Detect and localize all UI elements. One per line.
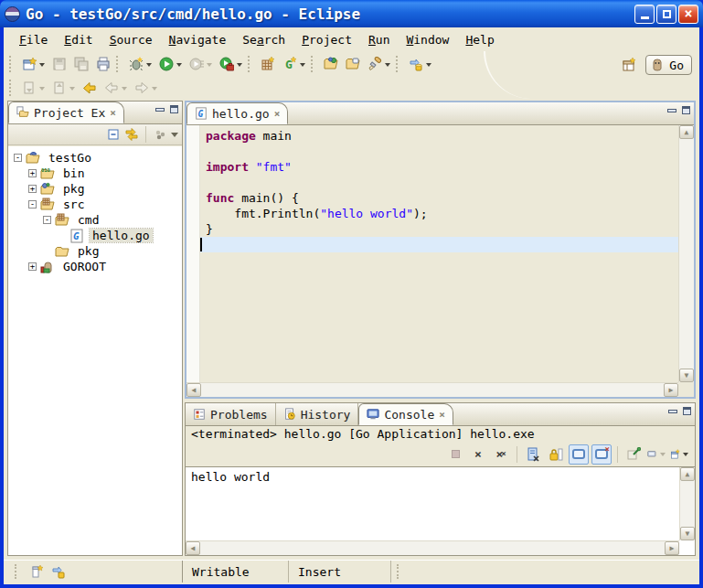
menu-item-navigate[interactable]: Navigate: [161, 30, 235, 49]
mark-occurrences-icon[interactable]: [51, 564, 66, 579]
maximize-view-button[interactable]: [683, 407, 691, 415]
external-tools-button[interactable]: [216, 53, 246, 75]
new-go-file-button[interactable]: G: [279, 53, 309, 75]
toolbar-grip[interactable]: [248, 56, 253, 72]
next-annotation-button[interactable]: [18, 77, 48, 99]
print-button[interactable]: [92, 53, 114, 75]
close-view-icon[interactable]: [439, 409, 445, 421]
close-window-button[interactable]: [678, 5, 698, 24]
console-output-area[interactable]: hello world: [186, 466, 695, 555]
toolbar-grip[interactable]: [9, 56, 15, 72]
menu-item-window[interactable]: Window: [398, 30, 457, 49]
menu-item-source[interactable]: Source: [101, 30, 161, 49]
statusbar-grip[interactable]: [15, 564, 22, 579]
save-all-button[interactable]: [70, 53, 92, 75]
scroll-left-icon[interactable]: [186, 383, 201, 397]
minimize-view-button[interactable]: [155, 108, 165, 112]
save-button[interactable]: [48, 53, 70, 75]
scroll-down-icon[interactable]: [679, 369, 694, 382]
scroll-up-icon[interactable]: [680, 467, 695, 481]
editor-vertical-scrollbar[interactable]: [678, 125, 694, 382]
filters-icon[interactable]: [153, 127, 167, 142]
close-view-icon[interactable]: [110, 107, 116, 119]
tree-item-testgo[interactable]: - testGo: [8, 150, 182, 166]
pin-console-button[interactable]: [623, 444, 644, 465]
toolbar-grip[interactable]: [311, 56, 316, 72]
go-perspective-button[interactable]: Go: [645, 55, 692, 75]
collapse-expander-icon[interactable]: -: [43, 216, 51, 224]
close-editor-icon[interactable]: [274, 108, 281, 120]
new-go-package-button[interactable]: [257, 53, 279, 75]
forward-button[interactable]: [131, 77, 161, 99]
new-wizard-button[interactable]: [18, 53, 48, 75]
tree-item-cmd[interactable]: - cmd: [8, 212, 182, 228]
menu-item-file[interactable]: File: [11, 30, 56, 49]
mark-occurrences-button[interactable]: [405, 53, 435, 75]
remove-all-terminated-button[interactable]: [491, 444, 511, 465]
menu-item-help[interactable]: Help: [457, 30, 502, 49]
show-stderr-button[interactable]: [591, 444, 612, 465]
expand-expander-icon[interactable]: +: [28, 262, 37, 271]
open-console-button[interactable]: [669, 444, 689, 465]
statusbar-grip[interactable]: [397, 564, 404, 579]
annotation-ruler[interactable]: [186, 125, 200, 382]
run-last-launched-button[interactable]: [186, 53, 216, 75]
scroll-lock-button[interactable]: [546, 444, 566, 465]
expand-expander-icon[interactable]: +: [28, 185, 37, 193]
collapse-expander-icon[interactable]: -: [14, 154, 22, 162]
menu-item-run[interactable]: Run: [360, 30, 398, 49]
menu-item-search[interactable]: Search: [234, 30, 293, 49]
tab-problems[interactable]: Problems: [186, 403, 276, 425]
open-file-button[interactable]: [342, 53, 364, 75]
tab-hello-go[interactable]: G hello.go: [186, 102, 288, 124]
expand-expander-icon[interactable]: +: [28, 169, 37, 177]
new-task-icon[interactable]: [29, 564, 44, 579]
scroll-right-icon[interactable]: [664, 383, 678, 397]
toolbar-grip[interactable]: [9, 80, 15, 96]
scroll-right-icon[interactable]: [665, 541, 679, 555]
tab-project-explorer[interactable]: Project Ex: [8, 102, 124, 123]
remove-launch-button[interactable]: [468, 444, 488, 465]
last-edit-location-button[interactable]: [79, 77, 101, 99]
toolbar-grip[interactable]: [396, 56, 401, 72]
title-bar[interactable]: Go - testGo/src/cmd/hello.go - Eclipse: [0, 0, 703, 27]
console-horizontal-scrollbar[interactable]: [186, 540, 679, 555]
back-button[interactable]: [101, 77, 131, 99]
terminate-button[interactable]: [445, 444, 465, 465]
collapse-all-icon[interactable]: [106, 127, 121, 142]
clear-console-button[interactable]: [523, 444, 543, 465]
scroll-left-icon[interactable]: [186, 541, 200, 555]
editor-horizontal-scrollbar[interactable]: [186, 382, 678, 397]
tree-item-pkg-child[interactable]: pkg: [8, 243, 182, 259]
open-perspective-button[interactable]: [618, 54, 640, 76]
scroll-up-icon[interactable]: [679, 125, 694, 139]
display-selected-console-button[interactable]: [646, 444, 666, 465]
tree-item-src[interactable]: - src: [8, 197, 182, 212]
minimize-window-button[interactable]: [634, 5, 655, 24]
run-button[interactable]: [155, 53, 186, 75]
show-stdout-button[interactable]: [569, 444, 589, 465]
maximize-editor-button[interactable]: [682, 106, 690, 114]
minimize-view-button[interactable]: [668, 410, 677, 413]
menu-item-project[interactable]: Project: [293, 30, 360, 49]
minimize-editor-button[interactable]: [667, 109, 676, 112]
debug-button[interactable]: [125, 53, 155, 75]
tab-console[interactable]: Console: [358, 403, 453, 425]
scroll-down-icon[interactable]: [680, 527, 695, 540]
toolbar-grip[interactable]: [116, 56, 122, 72]
maximize-window-button[interactable]: [656, 5, 676, 24]
tree-item-goroot[interactable]: + GOROOT: [8, 259, 182, 274]
console-vertical-scrollbar[interactable]: [679, 467, 695, 540]
view-menu-icon[interactable]: [171, 133, 178, 141]
collapse-expander-icon[interactable]: -: [28, 200, 37, 208]
format-button[interactable]: [364, 53, 394, 75]
link-with-editor-icon[interactable]: [124, 127, 139, 142]
tab-history[interactable]: History: [276, 403, 359, 425]
previous-annotation-button[interactable]: [48, 77, 79, 99]
tree-item-pkg[interactable]: + pkg: [8, 181, 182, 197]
menu-item-edit[interactable]: Edit: [56, 30, 101, 49]
maximize-view-button[interactable]: [170, 105, 178, 113]
tree-item-hello-go[interactable]: G hello.go: [8, 228, 182, 243]
code-editor[interactable]: package main import "fmt" func main() { …: [200, 125, 678, 382]
import-go-package-button[interactable]: [320, 53, 342, 75]
